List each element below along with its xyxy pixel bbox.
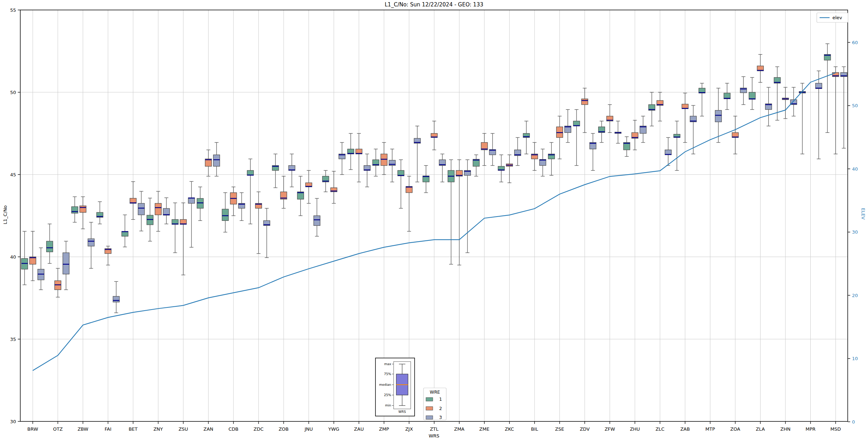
box-rect (582, 99, 588, 104)
x-tick-label: ZME (479, 426, 489, 432)
wre-legend-title: WRE (430, 389, 440, 395)
x-tick-label: MSD (830, 426, 841, 432)
x-tick-label: ZTL (430, 426, 439, 432)
x-tick-label: ZNY (153, 426, 163, 432)
x-tick-label: FAI (105, 426, 111, 432)
box-rect (47, 241, 53, 252)
chart-title: L1_C/No: Sun 12/22/2024 - GEO: 133 (20, 1, 848, 8)
wre-legend-swatch (426, 398, 433, 401)
box-rect (188, 198, 195, 203)
inset-frame (375, 358, 415, 416)
y-tick-label-left: 40 (10, 254, 16, 260)
box-rect (80, 206, 86, 212)
y-tick-label-right: 0 (852, 419, 855, 425)
wre-legend: WRE123 (424, 388, 446, 420)
x-tick-label: ZHN (780, 426, 790, 432)
y-axis-label-right: ELEV (861, 208, 866, 220)
y-tick-label-left: 50 (10, 90, 16, 95)
box-rect (214, 155, 220, 166)
x-tick-label: ZMP (379, 426, 389, 432)
x-tick-label: ZKC (505, 426, 514, 432)
y-tick-label-right: 40 (852, 166, 858, 172)
x-tick-label: ZAU (354, 426, 364, 432)
box-rect (155, 203, 162, 215)
box-rect (314, 216, 320, 226)
box-rect (88, 239, 94, 246)
y-tick-label-right: 50 (852, 103, 858, 108)
y-tick-label-right: 30 (852, 229, 858, 235)
wre-legend-swatch (426, 416, 433, 419)
x-tick-label: BRW (27, 426, 38, 432)
y-tick-label-left: 45 (10, 172, 16, 177)
box-rect (113, 296, 120, 302)
y-tick-label-right: 60 (852, 40, 858, 45)
box-rect (715, 110, 722, 122)
chart-canvas: 5550454035306050403020100BRWOTZZBWFAIBET… (0, 0, 868, 441)
y-tick-label-left: 35 (10, 337, 16, 342)
box-rect (147, 215, 153, 225)
box-rect (749, 92, 756, 99)
y-tick-label-left: 30 (10, 419, 16, 424)
x-tick-label: ZSU (179, 426, 188, 432)
x-axis-label: WRS (20, 433, 848, 439)
x-tick-label: BIL (531, 426, 538, 432)
inset-label: 25% (384, 393, 391, 397)
wre-legend-swatch (426, 407, 433, 410)
x-tick-label: ZLA (756, 426, 765, 432)
box-rect (72, 207, 78, 213)
x-tick-label: ZSE (555, 426, 564, 432)
inset-label: max (384, 362, 391, 366)
x-tick-label: ZLC (656, 426, 664, 432)
x-tick-label: ZBW (78, 426, 88, 432)
box-rect (138, 203, 144, 215)
box-rect (222, 209, 228, 220)
wre-legend-label: 2 (439, 406, 442, 411)
x-tick-label: ZFW (605, 426, 615, 432)
x-tick-label: YWG (328, 426, 340, 432)
x-tick-label: CDB (228, 426, 238, 432)
elev-legend: elev (817, 13, 848, 22)
x-tick-label: MPR (805, 426, 815, 432)
x-tick-label: ZDC (254, 426, 264, 432)
x-tick-label: ZHU (630, 426, 640, 432)
wre-legend-label: 1 (439, 396, 442, 402)
inset-xlabel: WRS (399, 410, 406, 414)
elev-legend-label: elev (832, 15, 842, 20)
chart-figure: 5550454035306050403020100BRWOTZZBWFAIBET… (0, 0, 868, 441)
box-rect (381, 154, 387, 165)
x-tick-label: JNU (304, 426, 313, 432)
x-tick-label: ZOB (279, 426, 289, 432)
x-tick-label: ZJX (405, 426, 413, 432)
x-tick-label: BET (128, 426, 137, 432)
wre-legend-label: 3 (439, 415, 442, 420)
x-tick-label: OTZ (53, 426, 63, 432)
y-tick-label-left: 55 (10, 7, 16, 13)
box-rect (163, 208, 170, 215)
y-tick-label-right: 20 (852, 293, 858, 298)
x-tick-label: ZOA (730, 426, 740, 432)
inset-label: median (379, 383, 391, 386)
x-tick-label: MTP (705, 426, 715, 432)
x-tick-label: ZMA (454, 426, 464, 432)
y-axis-label-left: L1_C/No (2, 205, 8, 224)
inset-label: 75% (384, 372, 391, 376)
inset-label: min (385, 404, 391, 407)
x-tick-label: ZAB (680, 426, 690, 432)
box-rect (197, 198, 204, 208)
y-tick-label-right: 10 (852, 356, 858, 361)
x-tick-label: ZDV (580, 426, 590, 432)
boxplot-key-inset: max75%median25%minWRS (375, 358, 415, 416)
box-rect (63, 253, 69, 274)
x-tick-label: ZAN (204, 426, 214, 432)
